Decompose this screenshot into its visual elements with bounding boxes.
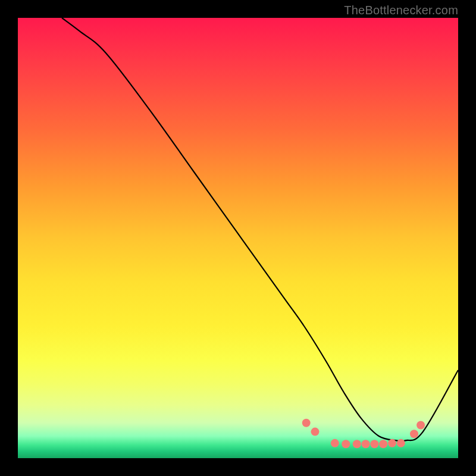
curve-marker: [388, 439, 396, 447]
curve-marker: [342, 440, 350, 448]
attribution-text: TheBottlenecker.com: [344, 4, 458, 17]
curve-marker: [416, 421, 425, 430]
curve-marker: [302, 419, 311, 427]
curve-marker: [397, 439, 405, 447]
curve-marker: [379, 440, 387, 448]
curve-marker: [353, 440, 361, 448]
curve-marker: [410, 430, 418, 438]
curve-marker: [331, 439, 339, 447]
curve-marker: [311, 428, 320, 436]
chart-plot-area: [18, 18, 458, 458]
curve-markers: [302, 419, 425, 449]
chart-frame: TheBottlenecker.com: [0, 0, 476, 476]
curve-marker: [362, 440, 370, 448]
curve-marker: [370, 440, 378, 448]
curve-line: [62, 18, 458, 441]
chart-svg: [18, 18, 458, 458]
